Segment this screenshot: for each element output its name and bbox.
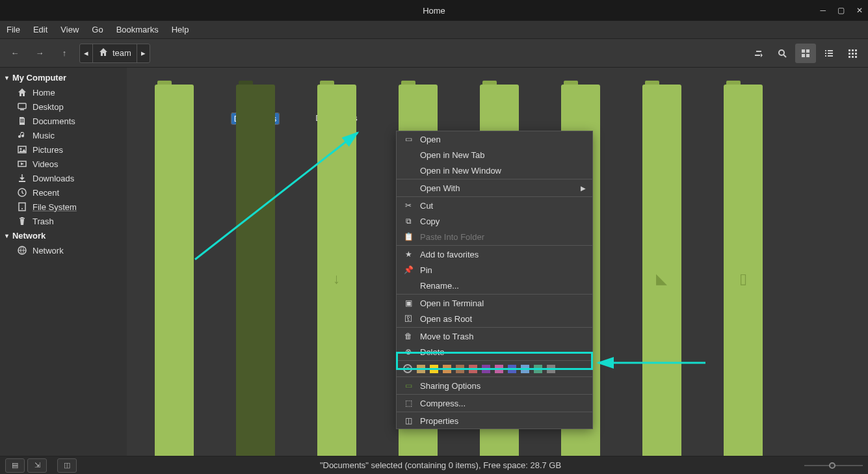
zoom-slider[interactable] xyxy=(804,462,863,469)
sidebar-section-my-computer[interactable]: ▼ My Computer xyxy=(0,70,127,85)
folder-public[interactable]: ∞Public xyxy=(553,81,608,124)
color-swatch[interactable] xyxy=(456,365,464,373)
menu-open-new-tab[interactable]: Open in New Tab xyxy=(397,147,592,163)
close-button[interactable]: ✕ xyxy=(856,6,863,15)
svg-rect-20 xyxy=(855,56,857,58)
list-view-button[interactable] xyxy=(819,44,839,63)
color-swatch[interactable] xyxy=(417,365,425,373)
folder-music[interactable]: ♪Music xyxy=(390,81,445,124)
folder-desktop[interactable]: Desktop xyxy=(146,81,202,124)
up-button[interactable]: ↑ xyxy=(55,44,74,63)
sidebar-item-home[interactable]: Home xyxy=(0,85,127,99)
menu-open-terminal[interactable]: ▣Open in Terminal xyxy=(397,295,592,311)
sidebar-item-downloads[interactable]: Downloads xyxy=(0,171,127,185)
svg-rect-22 xyxy=(20,109,24,111)
menu-paste-into-folder: 📋Paste Into Folder xyxy=(397,229,592,244)
toolbar: ← → ↑ ◂ team ▸ xyxy=(0,39,868,68)
breadcrumb: ◂ team ▸ xyxy=(79,44,150,63)
menu-compress[interactable]: ⬚Compress... xyxy=(397,395,592,411)
menu-cut[interactable]: ✂Cut xyxy=(397,198,592,213)
menu-copy[interactable]: ⧉Copy xyxy=(397,213,592,229)
menu-go[interactable]: Go xyxy=(92,25,103,34)
sidebar-item-pictures[interactable]: Pictures xyxy=(0,142,127,157)
menu-open[interactable]: ▭Open xyxy=(397,131,592,147)
color-swatch[interactable] xyxy=(534,365,542,373)
folder-templates[interactable]: ◣Templates xyxy=(634,81,689,124)
sidebar-item-recent[interactable]: Recent xyxy=(0,185,127,200)
back-button[interactable]: ← xyxy=(5,44,25,63)
maximize-button[interactable]: ▢ xyxy=(837,6,845,15)
star-icon: ★ xyxy=(403,250,414,259)
folder-icon xyxy=(155,81,194,109)
menu-view[interactable]: View xyxy=(60,25,79,34)
svg-rect-21 xyxy=(18,103,26,109)
breadcrumb-back-icon[interactable]: ◂ xyxy=(80,44,93,62)
breadcrumb-forward-icon[interactable]: ▸ xyxy=(137,44,150,62)
menu-open-new-window[interactable]: Open in New Window xyxy=(397,163,592,178)
statusbar-places-button[interactable]: ▤ xyxy=(5,458,25,473)
menu-bar: File Edit View Go Bookmarks Help xyxy=(0,21,868,39)
icon-view-button[interactable] xyxy=(795,44,816,63)
minimize-button[interactable]: ─ xyxy=(820,6,826,15)
main-pane[interactable]: DesktopDocuments↓Downloads♪Music◉Picture… xyxy=(127,68,868,456)
color-swatch[interactable] xyxy=(430,365,438,373)
doc-icon xyxy=(17,116,27,126)
statusbar-close-sidebar-button[interactable]: ◫ xyxy=(57,458,77,473)
menu-add-favorites[interactable]: ★Add to favorites xyxy=(397,246,592,262)
sidebar-item-file-system[interactable]: File System xyxy=(0,200,127,214)
sidebar-item-network[interactable]: Network xyxy=(0,243,127,257)
menu-delete[interactable]: ⊗Delete xyxy=(397,344,592,360)
color-swatch[interactable] xyxy=(495,365,503,373)
chevron-down-icon: ▼ xyxy=(4,233,10,239)
breadcrumb-home[interactable]: team xyxy=(93,44,137,62)
search-button[interactable] xyxy=(772,44,793,63)
color-none-icon[interactable] xyxy=(403,364,412,373)
menu-help[interactable]: Help xyxy=(172,25,189,34)
svg-rect-26 xyxy=(19,181,25,182)
sidebar-item-videos[interactable]: Videos xyxy=(0,157,127,171)
sidebar-item-desktop[interactable]: Desktop xyxy=(0,99,127,114)
menu-sharing-options[interactable]: ▭Sharing Options xyxy=(397,378,592,393)
forward-button[interactable]: → xyxy=(30,44,49,63)
menu-pin[interactable]: 📌Pin xyxy=(397,262,592,278)
menu-move-trash[interactable]: 🗑Move to Trash xyxy=(397,328,592,344)
folder-downloads[interactable]: ↓Downloads xyxy=(309,81,364,124)
menu-properties[interactable]: ◫Properties xyxy=(397,413,592,428)
menu-open-root[interactable]: ⚿Open as Root xyxy=(397,311,592,326)
menu-file[interactable]: File xyxy=(7,25,20,34)
chevron-down-icon: ▼ xyxy=(4,75,10,81)
statusbar-tree-button[interactable]: ⇲ xyxy=(27,458,47,473)
folder-pictures[interactable]: ◉Pictures xyxy=(471,81,527,124)
color-swatch[interactable] xyxy=(508,365,516,373)
folder-videos[interactable]: ▯Videos xyxy=(715,81,770,124)
sidebar-section-label: My Computer xyxy=(12,73,66,83)
breadcrumb-current-label: team xyxy=(112,48,131,58)
menu-edit[interactable]: Edit xyxy=(33,25,47,34)
sidebar-item-music[interactable]: Music xyxy=(0,128,127,142)
terminal-icon: ▣ xyxy=(403,298,414,308)
toggle-location-button[interactable] xyxy=(748,44,769,63)
color-swatch[interactable] xyxy=(469,365,477,373)
svg-rect-5 xyxy=(806,54,809,57)
dl-icon xyxy=(17,173,27,183)
sidebar-item-trash[interactable]: Trash xyxy=(0,214,127,228)
color-swatch[interactable] xyxy=(482,365,490,373)
folder-icon: ∞ xyxy=(561,81,600,109)
compact-view-button[interactable] xyxy=(842,44,863,63)
color-swatch[interactable] xyxy=(547,365,555,373)
sidebar-item-label: Home xyxy=(33,88,55,98)
chevron-right-icon: ▶ xyxy=(581,185,586,192)
desktop-icon xyxy=(17,101,27,112)
trash-icon: 🗑 xyxy=(403,332,414,341)
sidebar-item-documents[interactable]: Documents xyxy=(0,114,127,128)
color-swatch[interactable] xyxy=(443,365,451,373)
menu-bookmarks[interactable]: Bookmarks xyxy=(116,25,159,34)
vid-icon xyxy=(17,159,27,169)
sidebar-section-network[interactable]: ▼ Network xyxy=(0,228,127,243)
compress-icon: ⬚ xyxy=(403,399,414,408)
menu-open-with[interactable]: Open With▶ xyxy=(397,180,592,196)
color-swatch[interactable] xyxy=(521,365,529,373)
svg-rect-13 xyxy=(852,49,854,51)
menu-rename[interactable]: Rename... xyxy=(397,278,592,293)
folder-documents[interactable]: Documents xyxy=(228,81,283,124)
